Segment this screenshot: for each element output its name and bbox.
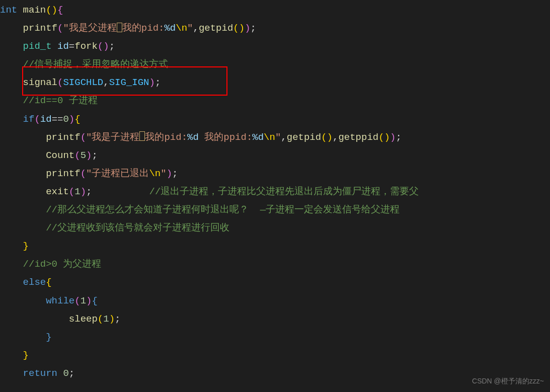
token-cmt: //id==0 子进程 bbox=[23, 95, 98, 106]
token-const: SIG_IGN bbox=[109, 77, 149, 88]
token-kw: while bbox=[46, 295, 74, 306]
code-line[interactable]: printf("我是父进程我的pid:%d\n",getpid()); bbox=[0, 19, 550, 37]
code-editor[interactable]: int main(){ printf("我是父进程我的pid:%d\n",get… bbox=[0, 1, 550, 382]
code-line[interactable]: signal(SIGCHLD,SIG_IGN); bbox=[0, 73, 550, 92]
code-line[interactable]: pid_t id=fork(); bbox=[0, 37, 550, 55]
token-cmt: //父进程收到该信号就会对子进程进行回收 bbox=[46, 222, 229, 233]
code-line[interactable]: else{ bbox=[0, 273, 550, 291]
token-brace: ) bbox=[149, 77, 155, 88]
token-brace2: } bbox=[23, 241, 29, 252]
token-type: pid_t bbox=[23, 41, 52, 52]
token-str: " bbox=[161, 168, 166, 179]
token-brace: ( bbox=[69, 186, 74, 197]
token-brace: ( bbox=[34, 114, 40, 125]
token-str: 我的pid: bbox=[145, 132, 187, 143]
token-punct: ; bbox=[251, 23, 256, 34]
token-str: 我的ppid: bbox=[199, 132, 252, 143]
token-brace2: ) bbox=[109, 313, 115, 325]
token-fn: sleep bbox=[69, 313, 98, 325]
token-num: 0 bbox=[63, 368, 68, 379]
token-punct: ; bbox=[155, 77, 161, 88]
token-kw: return bbox=[23, 368, 63, 379]
token-brace: ) bbox=[86, 150, 92, 161]
code-line[interactable]: } bbox=[0, 328, 550, 346]
token-punct: , bbox=[193, 23, 198, 34]
code-line[interactable]: if(id==0){ bbox=[0, 110, 550, 128]
token-kw: } bbox=[46, 332, 51, 343]
token-punct: ; bbox=[396, 132, 401, 143]
token-const: SIGCHLD bbox=[63, 77, 103, 88]
token-brace2: } bbox=[23, 350, 29, 361]
token-brace: ) bbox=[245, 23, 250, 34]
code-line[interactable]: exit(1); //退出子进程，子进程比父进程先退出后成为僵尸进程，需要父 bbox=[0, 183, 550, 201]
token-var: %d bbox=[187, 132, 199, 143]
code-line[interactable]: } bbox=[0, 237, 550, 255]
code-line[interactable]: } bbox=[0, 346, 550, 364]
token-punct bbox=[92, 186, 149, 197]
token-num: 0 bbox=[63, 114, 68, 125]
token-kw: else bbox=[23, 277, 46, 288]
code-line[interactable]: return 0; bbox=[0, 364, 550, 382]
code-line[interactable]: sleep(1); bbox=[0, 310, 550, 328]
token-fn: printf bbox=[46, 132, 80, 143]
code-line[interactable]: //信号捕捉，采用忽略的递达方式 bbox=[0, 55, 550, 73]
token-str: "我是父进程 bbox=[63, 23, 116, 34]
token-brace2: () bbox=[46, 5, 57, 16]
token-fn: printf bbox=[46, 168, 80, 179]
token-punct bbox=[52, 41, 57, 52]
token-cmt: //信号捕捉，采用忽略的递达方式 bbox=[23, 59, 169, 70]
ime-placeholder bbox=[117, 23, 122, 32]
token-punct: , bbox=[281, 132, 286, 143]
token-str: " bbox=[275, 132, 281, 143]
token-str: 我的pid: bbox=[122, 23, 165, 34]
token-punct: = bbox=[69, 41, 74, 52]
token-fn: printf bbox=[23, 23, 57, 34]
token-brace2: { bbox=[74, 114, 80, 125]
token-var: id bbox=[40, 114, 52, 125]
code-line[interactable]: //那么父进程怎么才会知道子进程何时退出呢？ —子进程一定会发送信号给父进程 bbox=[0, 201, 550, 219]
token-brace: ( bbox=[74, 150, 80, 161]
code-line[interactable]: int main(){ bbox=[0, 1, 550, 19]
code-line[interactable]: //id==0 子进程 bbox=[0, 92, 550, 110]
token-brace2: ( bbox=[98, 313, 103, 325]
token-kw: if bbox=[23, 114, 35, 125]
code-line[interactable]: //id>0 为父进程 bbox=[0, 255, 550, 273]
watermark: CSDN @橙予清的zzz~ bbox=[472, 374, 544, 388]
token-brace2: { bbox=[46, 277, 51, 288]
token-str: " bbox=[187, 23, 193, 34]
token-punct: ; bbox=[172, 168, 178, 179]
token-punct: ; bbox=[109, 41, 115, 52]
token-var: id bbox=[57, 41, 69, 52]
token-brace: ( bbox=[57, 77, 63, 88]
token-fn: getpid bbox=[287, 132, 321, 143]
token-var: %d bbox=[252, 132, 264, 143]
token-str: "子进程已退出 bbox=[86, 168, 149, 179]
token-fn: fork bbox=[74, 41, 98, 52]
code-line[interactable]: printf("我是子进程我的pid:%d 我的ppid:%d\n",getpi… bbox=[0, 128, 550, 146]
token-brace: ( bbox=[81, 168, 86, 179]
token-punct: == bbox=[52, 114, 63, 125]
token-fn: signal bbox=[23, 77, 57, 88]
token-fn: main bbox=[23, 5, 46, 16]
code-line[interactable]: Count(5); bbox=[0, 146, 550, 165]
token-kw: int bbox=[0, 5, 23, 16]
code-line[interactable]: while(1){ bbox=[0, 292, 550, 310]
token-brace: ( bbox=[74, 295, 80, 306]
token-fn: getpid bbox=[199, 23, 233, 34]
token-fn: getppid bbox=[338, 132, 378, 143]
code-line[interactable]: printf("子进程已退出\n"); bbox=[0, 165, 550, 183]
token-str: "我是子进程 bbox=[86, 132, 139, 143]
token-num: 1 bbox=[103, 313, 109, 325]
token-brace: ) bbox=[390, 132, 396, 143]
token-brace2: \n bbox=[149, 168, 161, 179]
token-brace2: () bbox=[321, 132, 333, 143]
token-punct: ; bbox=[92, 150, 97, 161]
token-brace: () bbox=[98, 41, 109, 52]
code-line[interactable]: //父进程收到该信号就会对子进程进行回收 bbox=[0, 219, 550, 237]
token-brace: ) bbox=[81, 186, 86, 197]
token-num: 5 bbox=[81, 150, 86, 161]
token-brace2: () bbox=[233, 23, 245, 34]
token-kw: { bbox=[92, 295, 97, 306]
ime-placeholder bbox=[139, 131, 145, 141]
token-cmt: //id>0 为父进程 bbox=[23, 259, 102, 270]
